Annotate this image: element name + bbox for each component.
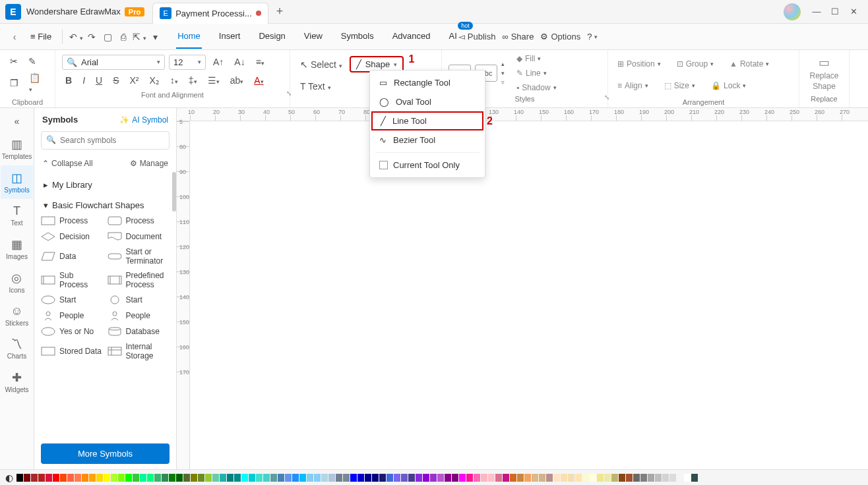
color-swatch[interactable] [481,474,487,482]
symbol-search-input[interactable] [41,131,170,150]
increase-font-button[interactable]: A↑ [210,55,227,69]
shape-tool-rectangle-tool[interactable]: ▭Rectangle Tool [370,73,485,92]
position-button[interactable]: ⊞ Position▾ [615,58,664,70]
color-swatch[interactable] [575,474,582,482]
color-swatch[interactable] [292,474,299,482]
menu-tab-view[interactable]: View [303,24,324,49]
color-swatch[interactable] [503,474,509,482]
menu-tab-home[interactable]: Home [176,24,202,49]
color-swatch[interactable] [582,474,589,482]
shape-start[interactable]: Start [108,295,170,305]
color-swatch[interactable] [423,474,429,482]
color-swatch[interactable] [604,474,611,482]
print-button[interactable]: ⎙ [115,32,131,42]
color-swatch[interactable] [474,474,480,482]
color-swatch[interactable] [75,474,81,482]
manage-button[interactable]: ⚙Manage [130,159,168,168]
color-swatch[interactable] [154,474,161,482]
cut-button[interactable]: ✂ [7,54,21,69]
color-swatch[interactable] [597,474,604,482]
group-button[interactable]: ⊡ Group▾ [674,58,716,70]
color-swatch[interactable] [241,474,248,482]
color-swatch[interactable] [162,474,168,482]
color-swatch[interactable] [38,474,45,482]
color-swatch[interactable] [677,474,683,482]
shape-stored-data[interactable]: Stored Data [41,342,104,360]
color-swatch[interactable] [336,474,342,482]
color-swatch[interactable] [249,474,255,482]
color-swatch[interactable] [430,474,437,482]
shape-yes-or-no[interactable]: Yes or No [41,326,104,337]
shape-start[interactable]: Start [41,295,104,305]
shape-tool-line-tool[interactable]: ╱Line Tool2 [371,111,483,130]
align-button[interactable]: ≡ Align▾ [615,80,651,92]
text-direction-button[interactable]: ↕▾ [167,73,181,88]
shape-process[interactable]: Process [41,215,104,226]
styles-more-button[interactable]: ▿ [501,79,505,86]
shape-people[interactable]: People [41,310,104,321]
color-swatch[interactable] [691,474,698,482]
shape-data[interactable]: Data [41,247,104,266]
copy-button[interactable]: ❐ [7,76,22,90]
color-swatch[interactable] [387,474,393,482]
color-swatch[interactable] [111,474,117,482]
styles-dialog-launcher[interactable]: ⤡ [604,94,757,101]
maximize-button[interactable]: ☐ [826,7,844,16]
color-swatch[interactable] [53,474,59,482]
color-swatch[interactable] [328,474,335,482]
drawing-canvas[interactable] [190,121,868,469]
color-swatch[interactable] [568,474,574,482]
shape-sub-process[interactable]: Sub Process [41,271,104,289]
color-swatch[interactable] [343,474,350,482]
color-swatch[interactable] [517,474,524,482]
color-swatch[interactable] [539,474,545,482]
rail-item-widgets[interactable]: ✚Widgets [1,365,34,399]
replace-shape-button[interactable]: ▭ Replace Shape [806,53,842,94]
color-swatch[interactable] [365,474,371,482]
shape-start-or-terminator[interactable]: Start or Terminator [108,247,170,266]
color-swatch[interactable] [307,474,313,482]
new-tab-button[interactable]: + [276,5,284,18]
color-swatch[interactable] [147,474,154,482]
color-swatch[interactable] [350,474,357,482]
color-swatch[interactable] [459,474,466,482]
color-swatch[interactable] [176,474,183,482]
styles-up-button[interactable]: ▴ [501,61,505,67]
color-swatch[interactable] [24,474,30,482]
rail-item-icons[interactable]: ◎Icons [1,266,34,299]
shape-predefined-process[interactable]: Predefined Process [108,271,170,289]
color-swatch[interactable] [169,474,175,482]
ai-symbol-button[interactable]: ✨AI Symbol [119,115,168,125]
color-swatch[interactable] [133,474,139,482]
align-text-button[interactable]: ≡▾ [253,55,268,69]
color-swatch[interactable] [669,474,676,482]
help-button[interactable]: ?▾ [587,32,598,42]
color-swatch[interactable] [684,474,691,482]
color-swatch[interactable] [357,474,364,482]
color-swatch[interactable] [437,474,444,482]
color-swatch[interactable] [16,474,23,482]
select-tool-button[interactable]: ↖ Select ▾ [297,57,346,72]
basic-flowchart-expander[interactable]: ▾ Basic Flowchart Shapes [34,195,176,215]
color-swatch[interactable] [60,474,67,482]
bullet-list-button[interactable]: ☰▾ [204,73,223,88]
color-swatch[interactable] [125,474,132,482]
color-swatch[interactable] [321,474,328,482]
options-button[interactable]: ⚙Options [540,32,580,42]
color-swatch[interactable] [633,474,640,482]
color-swatch[interactable] [263,474,270,482]
minimize-button[interactable]: — [807,7,826,16]
color-swatch[interactable] [299,474,306,482]
decrease-font-button[interactable]: A↓ [231,55,248,69]
shadow-button[interactable]: ▪ Shadow ▾ [514,82,559,94]
color-swatch[interactable] [590,474,596,482]
font-color-button[interactable]: A▾ [251,73,266,88]
color-swatch[interactable] [401,474,408,482]
text-tool-button[interactable]: T Text ▾ [297,79,334,94]
subscript-button[interactable]: X₂ [146,73,162,88]
color-swatch[interactable] [212,474,219,482]
color-swatch[interactable] [234,474,241,482]
color-swatch[interactable] [183,474,190,482]
menu-tab-ai[interactable]: AIhot [447,24,458,49]
my-library-expander[interactable]: ▸ My Library [34,175,176,195]
